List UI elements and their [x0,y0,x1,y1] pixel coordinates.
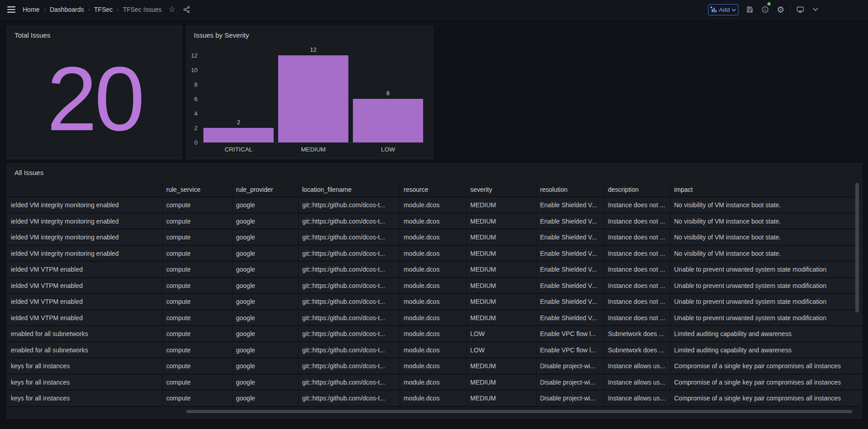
add-button[interactable]: Add [708,4,738,15]
table-cell: compute [163,375,232,391]
severity-bar [203,128,274,142]
column-header-impact[interactable]: impact [670,182,862,197]
table-cell: Enable Shielded V... [536,262,604,278]
table-cell: Unable to prevent unwanted system state … [670,294,862,310]
table-cell: module.dcos [400,310,467,327]
table-cell: compute [163,294,232,310]
y-axis-tick-label: 12 [185,52,198,59]
table-cell: compute [163,229,232,246]
settings-gear-icon[interactable]: ⚙ [773,3,788,16]
table-cell: module.dcos [400,278,467,294]
kiosk-monitor-icon[interactable] [792,3,808,16]
table-cell: google [232,310,299,327]
table-cell: ielded VM VTPM enabled [7,262,163,278]
column-header-severity[interactable]: severity [467,182,536,197]
breadcrumb-home[interactable]: Home [23,6,39,13]
table-cell: No visibility of VM instance boot state. [670,197,862,214]
table-cell: MEDIUM [467,197,536,214]
column-header-rule_service[interactable]: rule_service [163,182,232,197]
table-cell: google [232,342,299,359]
collapse-chevron-down-icon[interactable] [808,3,823,16]
table-cell: Compromise of a single key pair compromi… [670,375,862,391]
table-cell: google [232,358,299,375]
table-cell: git::https:/github.com/dcos-t... [299,262,400,278]
table-cell: compute [163,278,232,294]
table-cell: Subnetwork does ... [604,326,670,342]
table-cell: MEDIUM [467,278,536,294]
y-axis-tick-label: 2 [185,125,198,132]
breadcrumb-separator-icon: › [117,6,119,13]
table-cell: ielded VM integrity monitoring enabled [7,214,163,230]
table-cell: ielded VM integrity monitoring enabled [7,229,163,246]
table-cell: enabled for all subnetworks [7,326,163,342]
table-row: ielded VM VTPM enabledcomputegooglegit::… [7,310,862,327]
top-navigation-bar: Home › Dashboards › TFSec › TFSec Issues… [0,0,868,19]
chevron-down-icon [732,6,736,13]
table-row: ielded VM VTPM enabledcomputegooglegit::… [7,294,862,310]
table-cell: Instance does not ... [604,278,670,294]
menu-icon[interactable] [5,3,18,16]
table-cell: keys for all instances [7,390,163,407]
table-cell: Instance does not ... [604,262,670,278]
column-header-location_filename[interactable]: location_filename [299,182,400,197]
column-header-description[interactable]: description [604,182,670,197]
breadcrumb-folder[interactable]: TFSec [94,6,113,13]
table-cell: module.dcos [400,326,467,342]
breadcrumb-separator-icon: › [43,6,45,13]
horizontal-scrollbar[interactable] [186,410,852,413]
table-cell: Enable Shielded V... [536,310,604,327]
table-cell: No visibility of VM instance boot state. [670,229,862,246]
table-cell: Limited auditing capability and awarenes… [670,326,862,342]
table-cell: No visibility of VM instance boot state. [670,246,862,262]
table-row: ielded VM integrity monitoring enabledco… [7,214,862,230]
table-cell: ielded VM VTPM enabled [7,310,163,327]
total-issues-value: 20 [47,54,142,144]
info-icon[interactable] [757,3,773,16]
table-cell: Compromise of a single key pair compromi… [670,358,862,375]
table-cell: Instance does not ... [604,229,670,246]
table-cell: MEDIUM [467,390,536,407]
table-row: keys for all instancescomputegooglegit::… [7,375,862,391]
vertical-scrollbar[interactable] [855,183,859,312]
panel-title: Total Issues [7,26,182,39]
x-axis-category-label: CRITICAL [225,146,253,153]
table-row: keys for all instancescomputegooglegit::… [7,390,862,407]
table-cell: Enable Shielded V... [536,229,604,246]
bar-chart-plus-icon [710,6,717,14]
table-cell: keys for all instances [7,375,163,391]
table-cell: Enable Shielded V... [536,278,604,294]
star-favorite-icon[interactable]: ☆ [165,3,179,16]
table-cell: git::https:/github.com/dcos-t... [299,294,400,310]
all-issues-panel: All Issues rule_servicerule_providerloca… [7,163,862,419]
table-cell: Compromise of a single key pair compromi… [670,390,862,407]
table-cell: Instance does not ... [604,310,670,327]
table-cell: MEDIUM [467,214,536,230]
save-dashboard-icon[interactable] [742,3,757,16]
table-cell: LOW [467,342,536,359]
grafana-dashboard: Home › Dashboards › TFSec › TFSec Issues… [0,0,868,429]
column-header-resource[interactable]: resource [400,182,467,197]
column-header-empty[interactable] [7,182,163,197]
table-cell: Instance allows us... [604,358,670,375]
table-cell: MEDIUM [467,246,536,262]
topbar-actions: ⚙ [742,3,823,16]
table-row: enabled for all subnetworkscomputegoogle… [7,342,862,359]
column-header-resolution[interactable]: resolution [536,182,604,197]
table-cell: Instance allows us... [604,375,670,391]
bar-chart: 0246810122CRITICAL12MEDIUM6LOW [187,26,433,159]
table-cell: compute [163,390,232,407]
table-header: rule_servicerule_providerlocation_filena… [7,182,862,197]
table-cell: module.dcos [400,294,467,310]
table-cell: Unable to prevent unwanted system state … [670,262,862,278]
table-cell: module.dcos [400,390,467,407]
table-cell: Instance does not ... [604,214,670,230]
y-axis-tick-label: 6 [185,96,198,102]
table-cell: git::https:/github.com/dcos-t... [299,214,400,230]
table-body: ielded VM integrity monitoring enabledco… [7,197,862,407]
column-header-rule_provider[interactable]: rule_provider [232,182,299,197]
table-cell: ielded VM VTPM enabled [7,278,163,294]
table-cell: Disable project-wi... [536,390,604,407]
share-icon[interactable] [180,3,193,16]
table-cell: compute [163,197,232,214]
breadcrumb-dashboards[interactable]: Dashboards [50,6,84,13]
